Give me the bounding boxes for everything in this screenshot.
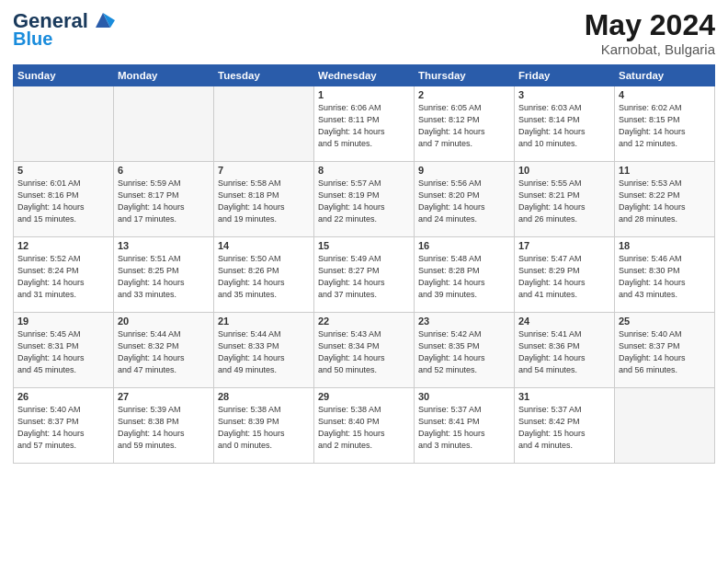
title-block: May 2024 Karnobat, Bulgaria [585,9,715,57]
day-cell-1-0: 5Sunrise: 6:01 AM Sunset: 8:16 PM Daylig… [14,162,114,237]
week-row-5: 26Sunrise: 5:40 AM Sunset: 8:37 PM Dayli… [14,388,715,464]
day-number: 25 [619,316,711,327]
header-monday: Monday [114,65,214,86]
day-number: 31 [518,391,610,402]
day-number: 18 [619,240,711,251]
day-info: Sunrise: 5:44 AM Sunset: 8:33 PM Dayligh… [218,328,310,376]
week-row-3: 12Sunrise: 5:52 AM Sunset: 8:24 PM Dayli… [14,237,715,313]
day-cell-0-6: 4Sunrise: 6:02 AM Sunset: 8:15 PM Daylig… [615,86,715,162]
day-info: Sunrise: 5:40 AM Sunset: 8:37 PM Dayligh… [619,328,711,376]
day-number: 15 [318,240,410,251]
day-cell-1-2: 7Sunrise: 5:58 AM Sunset: 8:18 PM Daylig… [214,162,314,237]
day-cell-4-0: 26Sunrise: 5:40 AM Sunset: 8:37 PM Dayli… [14,388,114,464]
day-info: Sunrise: 5:59 AM Sunset: 8:17 PM Dayligh… [118,178,210,225]
day-cell-2-6: 18Sunrise: 5:46 AM Sunset: 8:30 PM Dayli… [615,237,715,313]
day-cell-4-4: 30Sunrise: 5:37 AM Sunset: 8:41 PM Dayli… [415,388,515,464]
day-info: Sunrise: 5:55 AM Sunset: 8:21 PM Dayligh… [518,178,610,225]
header-sunday: Sunday [14,65,114,86]
day-number: 30 [418,391,510,402]
day-cell-3-5: 24Sunrise: 5:41 AM Sunset: 8:36 PM Dayli… [515,313,615,388]
day-number: 19 [17,316,109,327]
header: General Blue May 2024 Karnobat, Bulgaria [13,9,715,57]
day-info: Sunrise: 5:57 AM Sunset: 8:19 PM Dayligh… [318,178,410,225]
header-saturday: Saturday [615,65,715,86]
day-cell-1-5: 10Sunrise: 5:55 AM Sunset: 8:21 PM Dayli… [515,162,615,237]
day-cell-4-6 [615,388,715,464]
day-number: 29 [318,391,410,402]
location-subtitle: Karnobat, Bulgaria [585,41,715,57]
day-info: Sunrise: 6:05 AM Sunset: 8:12 PM Dayligh… [418,102,510,150]
day-cell-3-2: 21Sunrise: 5:44 AM Sunset: 8:33 PM Dayli… [214,313,314,388]
day-info: Sunrise: 5:45 AM Sunset: 8:31 PM Dayligh… [17,328,109,376]
day-cell-0-0 [14,86,114,162]
day-number: 3 [518,89,610,100]
day-cell-0-3: 1Sunrise: 6:06 AM Sunset: 8:11 PM Daylig… [314,86,415,162]
day-info: Sunrise: 5:50 AM Sunset: 8:26 PM Dayligh… [218,253,310,301]
logo-icon [91,9,115,33]
day-number: 12 [17,240,109,251]
day-info: Sunrise: 6:06 AM Sunset: 8:11 PM Dayligh… [318,102,410,150]
day-cell-2-1: 13Sunrise: 5:51 AM Sunset: 8:25 PM Dayli… [114,237,214,313]
day-number: 4 [619,89,711,100]
day-cell-3-6: 25Sunrise: 5:40 AM Sunset: 8:37 PM Dayli… [615,313,715,388]
day-number: 28 [218,391,310,402]
day-info: Sunrise: 5:49 AM Sunset: 8:27 PM Dayligh… [318,253,410,301]
day-number: 13 [118,240,210,251]
day-info: Sunrise: 5:41 AM Sunset: 8:36 PM Dayligh… [518,328,610,376]
day-number: 27 [118,391,210,402]
day-info: Sunrise: 5:58 AM Sunset: 8:18 PM Dayligh… [218,178,310,225]
day-cell-1-3: 8Sunrise: 5:57 AM Sunset: 8:19 PM Daylig… [314,162,415,237]
day-number: 21 [218,316,310,327]
day-cell-2-2: 14Sunrise: 5:50 AM Sunset: 8:26 PM Dayli… [214,237,314,313]
day-number: 1 [318,89,410,100]
day-info: Sunrise: 5:46 AM Sunset: 8:30 PM Dayligh… [619,253,711,301]
day-number: 16 [418,240,510,251]
day-cell-4-1: 27Sunrise: 5:39 AM Sunset: 8:38 PM Dayli… [114,388,214,464]
day-number: 11 [619,165,711,176]
day-cell-4-2: 28Sunrise: 5:38 AM Sunset: 8:39 PM Dayli… [214,388,314,464]
day-info: Sunrise: 5:40 AM Sunset: 8:37 PM Dayligh… [17,404,109,452]
day-number: 17 [518,240,610,251]
logo-blue: Blue [13,29,52,48]
day-info: Sunrise: 5:52 AM Sunset: 8:24 PM Dayligh… [17,253,109,301]
day-number: 22 [318,316,410,327]
day-cell-0-5: 3Sunrise: 6:03 AM Sunset: 8:14 PM Daylig… [515,86,615,162]
logo: General Blue [13,9,115,48]
day-cell-4-5: 31Sunrise: 5:37 AM Sunset: 8:42 PM Dayli… [515,388,615,464]
day-number: 7 [218,165,310,176]
day-info: Sunrise: 6:01 AM Sunset: 8:16 PM Dayligh… [17,178,109,225]
month-year-title: May 2024 [585,9,715,41]
day-cell-2-4: 16Sunrise: 5:48 AM Sunset: 8:28 PM Dayli… [415,237,515,313]
main-container: General Blue May 2024 Karnobat, Bulgaria… [0,0,728,473]
day-cell-2-0: 12Sunrise: 5:52 AM Sunset: 8:24 PM Dayli… [14,237,114,313]
day-cell-2-5: 17Sunrise: 5:47 AM Sunset: 8:29 PM Dayli… [515,237,615,313]
day-info: Sunrise: 5:42 AM Sunset: 8:35 PM Dayligh… [418,328,510,376]
day-info: Sunrise: 6:02 AM Sunset: 8:15 PM Dayligh… [619,102,711,150]
day-info: Sunrise: 6:03 AM Sunset: 8:14 PM Dayligh… [518,102,610,150]
day-cell-1-6: 11Sunrise: 5:53 AM Sunset: 8:22 PM Dayli… [615,162,715,237]
day-cell-1-1: 6Sunrise: 5:59 AM Sunset: 8:17 PM Daylig… [114,162,214,237]
day-number: 6 [118,165,210,176]
calendar-header-row: Sunday Monday Tuesday Wednesday Thursday… [14,65,715,86]
day-info: Sunrise: 5:38 AM Sunset: 8:40 PM Dayligh… [318,404,410,452]
header-thursday: Thursday [415,65,515,86]
calendar-table: Sunday Monday Tuesday Wednesday Thursday… [13,64,715,464]
day-info: Sunrise: 5:44 AM Sunset: 8:32 PM Dayligh… [118,328,210,376]
day-number: 20 [118,316,210,327]
day-number: 23 [418,316,510,327]
day-info: Sunrise: 5:47 AM Sunset: 8:29 PM Dayligh… [518,253,610,301]
day-number: 26 [17,391,109,402]
day-number: 9 [418,165,510,176]
day-info: Sunrise: 5:51 AM Sunset: 8:25 PM Dayligh… [118,253,210,301]
day-number: 10 [518,165,610,176]
day-cell-0-4: 2Sunrise: 6:05 AM Sunset: 8:12 PM Daylig… [415,86,515,162]
day-info: Sunrise: 5:38 AM Sunset: 8:39 PM Dayligh… [218,404,310,452]
day-cell-3-1: 20Sunrise: 5:44 AM Sunset: 8:32 PM Dayli… [114,313,214,388]
day-info: Sunrise: 5:48 AM Sunset: 8:28 PM Dayligh… [418,253,510,301]
day-cell-0-1 [114,86,214,162]
day-number: 2 [418,89,510,100]
day-number: 8 [318,165,410,176]
day-cell-4-3: 29Sunrise: 5:38 AM Sunset: 8:40 PM Dayli… [314,388,415,464]
header-tuesday: Tuesday [214,65,314,86]
week-row-4: 19Sunrise: 5:45 AM Sunset: 8:31 PM Dayli… [14,313,715,388]
